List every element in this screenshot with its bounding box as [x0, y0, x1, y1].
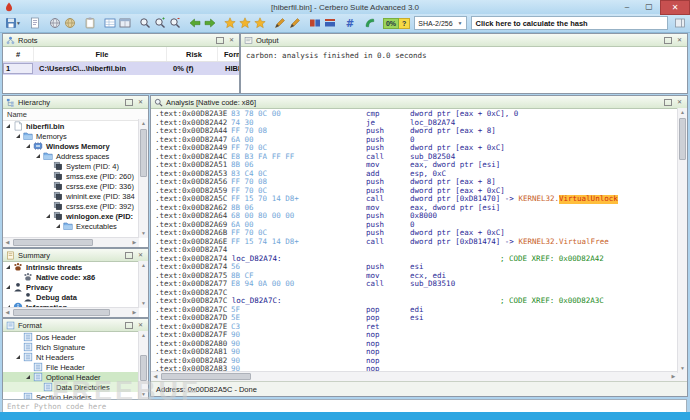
tree-item[interactable]: wininit.exe (PID: 384: [3, 191, 148, 201]
scrollbar-thumb[interactable]: [140, 129, 147, 177]
tree-item[interactable]: Intrinsic threats: [3, 262, 148, 272]
float-icon[interactable]: [664, 37, 672, 44]
tree-item[interactable]: Section Headers: [3, 392, 148, 399]
python-code-input[interactable]: [3, 400, 686, 412]
edit-icon[interactable]: [288, 16, 303, 31]
tree-item[interactable]: csrss.exe (PID: 336): [3, 181, 148, 191]
shell-icon[interactable]: [363, 16, 378, 31]
layout-split-icon[interactable]: [308, 16, 323, 31]
risk-badge[interactable]: 0% ?: [383, 18, 410, 29]
bookmark-remove-icon[interactable]: [253, 16, 268, 31]
tree-expander-icon[interactable]: [36, 154, 40, 158]
scrollbar-thumb[interactable]: [161, 373, 251, 380]
search-icon[interactable]: [138, 16, 153, 31]
tree-expander-icon[interactable]: [56, 224, 60, 228]
roots-column-header[interactable]: File: [34, 47, 167, 61]
disasm-api-name[interactable]: VirtualFree: [559, 238, 609, 247]
scroll-up-icon[interactable]: ▲: [139, 331, 148, 340]
hash-field[interactable]: Click here to calculate the hash: [471, 16, 668, 30]
minimize-button[interactable]: –: [616, 0, 638, 13]
table-view-icon[interactable]: [118, 16, 133, 31]
nav-forward-icon[interactable]: [203, 16, 218, 31]
tree-item[interactable]: Privacy: [3, 282, 148, 292]
scroll-down-icon[interactable]: ▼: [139, 229, 148, 238]
tree-expander-icon[interactable]: [46, 214, 50, 218]
scroll-down-icon[interactable]: ▼: [678, 364, 687, 373]
disasm-api-name[interactable]: VirtualUnlock: [559, 195, 618, 204]
roots-column-header[interactable]: Format: [218, 47, 240, 61]
disassembly-line[interactable]: .text:0x00D82A77E8 94 0A 00 00callsub_D8…: [151, 280, 687, 289]
scroll-left-icon[interactable]: ◀: [151, 372, 160, 381]
paste-icon[interactable]: [83, 16, 98, 31]
close-icon[interactable]: ✕: [227, 36, 236, 45]
maximize-button[interactable]: ▢: [638, 0, 660, 13]
table-row[interactable]: 1C:\Users\C\...\hiberfil.bin0% (f)HIBR: [3, 62, 239, 75]
disasm-api-module[interactable]: KERNEL32.: [518, 195, 559, 204]
bookmark-add-icon[interactable]: [223, 16, 238, 31]
tree-expander-icon[interactable]: [26, 375, 30, 379]
web-edit-icon[interactable]: [63, 16, 78, 31]
scroll-left-icon[interactable]: ◀: [3, 308, 12, 317]
float-icon[interactable]: [664, 99, 672, 106]
tree-item[interactable]: Native code: x86: [3, 272, 148, 282]
nav-back-icon[interactable]: [188, 16, 203, 31]
scroll-right-icon[interactable]: ▶: [669, 372, 678, 381]
tree-item[interactable]: Executables: [3, 221, 148, 231]
hierarchy-horizontal-scrollbar[interactable]: ◀ ▶: [3, 237, 139, 247]
analysis-horizontal-scrollbar[interactable]: ◀ ▶: [151, 371, 687, 381]
close-icon[interactable]: ✕: [136, 98, 145, 107]
scrollbar-thumb[interactable]: [13, 309, 110, 316]
tree-item[interactable]: Windows Memory: [3, 141, 148, 151]
search-prev-icon[interactable]: [168, 16, 183, 31]
tree-item[interactable]: Data Directories: [3, 382, 148, 392]
analysis-vertical-scrollbar[interactable]: ▲ ▼: [677, 108, 687, 373]
tree-item[interactable]: Address spaces: [3, 151, 148, 161]
tree-item[interactable]: Nt Headers: [3, 352, 148, 362]
tree-item[interactable]: Debug data: [3, 292, 148, 302]
float-icon[interactable]: [216, 37, 224, 44]
summary-horizontal-scrollbar[interactable]: ◀ ▶: [3, 307, 139, 317]
scroll-down-icon[interactable]: ▼: [139, 299, 148, 308]
close-icon[interactable]: ✕: [675, 36, 684, 45]
scroll-down-icon[interactable]: ▼: [139, 390, 148, 399]
tree-expander-icon[interactable]: [16, 134, 20, 138]
tree-item[interactable]: Memorys: [3, 131, 148, 141]
tree-item[interactable]: hiberfil.bin: [3, 121, 148, 131]
scroll-left-icon[interactable]: ◀: [3, 238, 12, 247]
panel-toggle-icon[interactable]: [672, 16, 687, 31]
disasm-api-module[interactable]: KERNEL32.: [518, 238, 559, 247]
tools-icon[interactable]: [273, 16, 288, 31]
report-icon[interactable]: [28, 16, 43, 31]
tree-expander-icon[interactable]: [6, 285, 10, 289]
number-base-icon[interactable]: #: [343, 16, 358, 31]
roots-column-header[interactable]: #: [3, 47, 34, 61]
tree-item[interactable]: csrss.exe (PID: 392): [3, 201, 148, 211]
scroll-up-icon[interactable]: ▲: [139, 119, 148, 128]
close-button[interactable]: ✕: [660, 0, 690, 15]
scrollbar-thumb[interactable]: [140, 355, 147, 381]
bookmark-icon[interactable]: [238, 16, 253, 31]
tree-expander-icon[interactable]: [6, 265, 10, 269]
tree-item[interactable]: System (PID: 4): [3, 161, 148, 171]
scroll-right-icon[interactable]: ▶: [130, 308, 139, 317]
tree-expander-icon[interactable]: [6, 124, 10, 128]
tree-item[interactable]: winlogon.exe (PID:: [3, 211, 148, 221]
web-icon[interactable]: [48, 16, 63, 31]
tree-item[interactable]: Optional Header: [3, 372, 148, 382]
float-icon[interactable]: [125, 252, 133, 259]
search-next-icon[interactable]: [153, 16, 168, 31]
tree-item[interactable]: File Header: [3, 362, 148, 372]
tree-item[interactable]: Dos Header: [3, 332, 148, 342]
float-icon[interactable]: [125, 322, 133, 329]
roots-column-header[interactable]: Risk: [167, 47, 218, 61]
scroll-up-icon[interactable]: ▲: [678, 108, 687, 117]
layout-panes-icon[interactable]: [323, 16, 338, 31]
format-vertical-scrollbar[interactable]: ▲ ▼: [138, 331, 148, 399]
scrollbar-thumb[interactable]: [679, 118, 686, 160]
tree-expander-icon[interactable]: [16, 355, 20, 359]
scroll-up-icon[interactable]: ▲: [139, 261, 148, 270]
close-icon[interactable]: ✕: [136, 321, 145, 330]
summary-vertical-scrollbar[interactable]: ▲ ▼: [138, 261, 148, 308]
tree-item[interactable]: smss.exe (PID: 260): [3, 171, 148, 181]
scroll-right-icon[interactable]: ▶: [130, 238, 139, 247]
